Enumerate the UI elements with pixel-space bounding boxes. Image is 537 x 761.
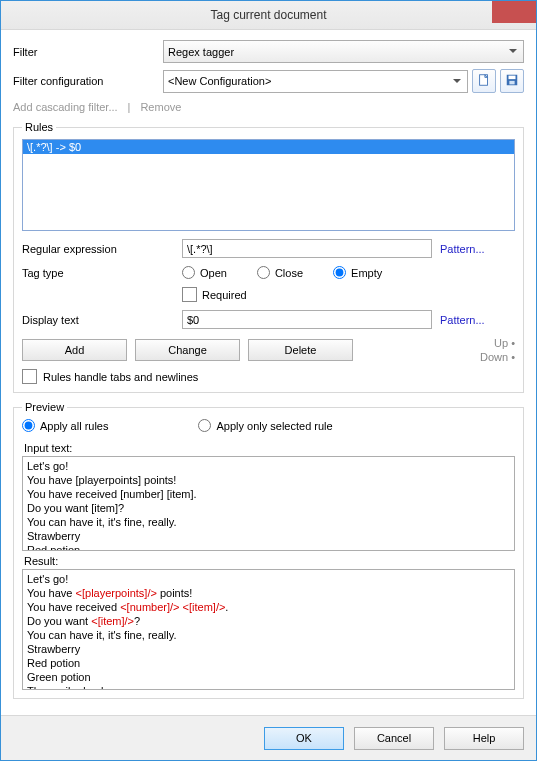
- save-config-button[interactable]: [500, 69, 524, 93]
- tagtype-close-radio[interactable]: Close: [257, 266, 303, 279]
- add-button[interactable]: Add: [22, 339, 127, 361]
- result-line: Strawberry: [27, 642, 510, 656]
- filter-config-combo[interactable]: <New Configuration>: [163, 70, 468, 93]
- display-text-input[interactable]: [182, 310, 432, 329]
- new-config-button[interactable]: [472, 69, 496, 93]
- titlebar: Tag current document: [1, 1, 536, 30]
- tagtype-close-label: Close: [275, 267, 303, 279]
- new-file-icon: [477, 73, 491, 89]
- input-line: Let's go!: [27, 459, 510, 473]
- result-line: Let's go!: [27, 572, 510, 586]
- window-title: Tag current document: [210, 8, 326, 22]
- result-line: Green potion: [27, 670, 510, 684]
- reorder-controls: Up Down: [480, 337, 515, 363]
- result-line: Three-piked poke: [27, 684, 510, 690]
- input-line: Red potion: [27, 543, 510, 551]
- apply-all-radio[interactable]: Apply all rules: [22, 419, 108, 432]
- filter-config-value: <New Configuration>: [168, 75, 271, 87]
- rules-listbox[interactable]: \[.*?\] -> $0: [22, 139, 515, 231]
- rules-legend: Rules: [22, 121, 56, 133]
- input-line: You can have it, it's fine, really.: [27, 515, 510, 529]
- tagtype-empty-radio[interactable]: Empty: [333, 266, 382, 279]
- filter-combo-value: Regex tagger: [168, 46, 234, 58]
- filter-config-label: Filter configuration: [13, 75, 163, 87]
- input-text-label: Input text:: [24, 442, 515, 454]
- display-text-label: Display text: [22, 314, 182, 326]
- handle-tabs-label: Rules handle tabs and newlines: [43, 371, 198, 383]
- tagtype-open-radio[interactable]: Open: [182, 266, 227, 279]
- result-line: You have <[playerpoints]/> points!: [27, 586, 510, 600]
- separator: |: [128, 101, 131, 113]
- regex-input[interactable]: [182, 239, 432, 258]
- result-tag: <[item]/>: [183, 601, 226, 613]
- add-cascading-filter-link[interactable]: Add cascading filter...: [13, 101, 118, 113]
- required-label: Required: [202, 289, 247, 301]
- rule-item[interactable]: \[.*?\] -> $0: [23, 140, 514, 154]
- checkbox-icon: [182, 287, 197, 302]
- handle-tabs-checkbox[interactable]: [22, 369, 37, 384]
- input-line: You have [playerpoints] points!: [27, 473, 510, 487]
- filter-label: Filter: [13, 46, 163, 58]
- result-line: You can have it, it's fine, really.: [27, 628, 510, 642]
- apply-all-label: Apply all rules: [40, 420, 108, 432]
- required-checkbox[interactable]: Required: [182, 287, 247, 302]
- save-icon: [505, 73, 519, 89]
- input-line: Strawberry: [27, 529, 510, 543]
- result-line: Do you want <[item]/>?: [27, 614, 510, 628]
- apply-selected-label: Apply only selected rule: [216, 420, 332, 432]
- svg-rect-3: [509, 81, 514, 85]
- rules-group: Rules \[.*?\] -> $0 Regular expression P…: [13, 121, 524, 393]
- result-line: Red potion: [27, 656, 510, 670]
- display-pattern-link[interactable]: Pattern...: [440, 314, 485, 326]
- result-tag: <[number]/>: [120, 601, 179, 613]
- apply-selected-radio[interactable]: Apply only selected rule: [198, 419, 332, 432]
- preview-legend: Preview: [22, 401, 67, 413]
- help-button[interactable]: Help: [444, 727, 524, 750]
- regex-label: Regular expression: [22, 243, 182, 255]
- dialog-body: Filter Regex tagger Filter configuration…: [1, 30, 536, 715]
- result-label: Result:: [24, 555, 515, 567]
- delete-button[interactable]: Delete: [248, 339, 353, 361]
- input-line: Do you want [item]?: [27, 501, 510, 515]
- regex-pattern-link[interactable]: Pattern...: [440, 243, 485, 255]
- result-line: You have received <[number]/> <[item]/>.: [27, 600, 510, 614]
- tagtype-open-label: Open: [200, 267, 227, 279]
- filter-combo[interactable]: Regex tagger: [163, 40, 524, 63]
- result-text-area[interactable]: Let's go!You have <[playerpoints]/> poin…: [22, 569, 515, 690]
- move-up-link[interactable]: Up: [494, 337, 515, 349]
- ok-button[interactable]: OK: [264, 727, 344, 750]
- remove-filter-link[interactable]: Remove: [140, 101, 181, 113]
- dialog-footer: OK Cancel Help: [1, 715, 536, 760]
- preview-group: Preview Apply all rules Apply only selec…: [13, 401, 524, 699]
- change-button[interactable]: Change: [135, 339, 240, 361]
- svg-rect-2: [509, 76, 516, 80]
- close-button[interactable]: [492, 1, 536, 23]
- result-tag: <[item]/>: [91, 615, 134, 627]
- result-tag: <[playerpoints]/>: [76, 587, 157, 599]
- tagtype-label: Tag type: [22, 267, 182, 279]
- cancel-button[interactable]: Cancel: [354, 727, 434, 750]
- dialog-window: Tag current document Filter Regex tagger…: [0, 0, 537, 761]
- tagtype-empty-label: Empty: [351, 267, 382, 279]
- input-line: You have received [number] [item].: [27, 487, 510, 501]
- input-text-area[interactable]: Let's go!You have [playerpoints] points!…: [22, 456, 515, 551]
- move-down-link[interactable]: Down: [480, 351, 515, 363]
